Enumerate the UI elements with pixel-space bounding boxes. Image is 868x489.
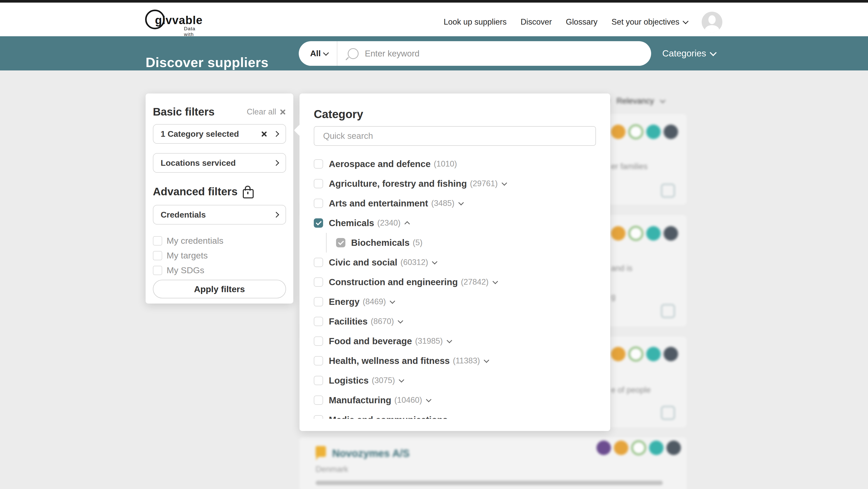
checkbox[interactable] (314, 179, 323, 188)
keyword-search-input[interactable] (364, 48, 651, 59)
category-label: Logistics (329, 375, 369, 386)
clear-all-button[interactable]: Clear all (247, 107, 286, 117)
category-option-media[interactable]: Media and communications (314, 410, 596, 419)
bookmark-icon[interactable] (661, 184, 675, 197)
givvable-logo[interactable]: givvable Data with impact (145, 7, 203, 33)
chevron-down-icon[interactable] (502, 180, 507, 186)
chip-label: 1 Category selected (161, 129, 239, 139)
nav-glossary[interactable]: Glossary (566, 18, 597, 27)
categories-toggle[interactable]: Categories (662, 36, 716, 70)
chevron-up-icon[interactable] (404, 221, 410, 226)
category-count: (31985) (415, 336, 443, 346)
category-count: (29761) (470, 179, 498, 188)
clear-all-label: Clear all (247, 107, 276, 117)
checkbox[interactable] (314, 199, 323, 208)
credential-badge (646, 347, 661, 361)
nav-look-up-suppliers[interactable]: Look up suppliers (443, 18, 506, 27)
chevron-down-icon[interactable] (399, 377, 404, 382)
checkbox[interactable] (153, 266, 162, 275)
chevron-down-icon[interactable] (390, 298, 395, 303)
category-count: (8469) (363, 297, 386, 306)
category-option-food[interactable]: Food and beverage (31985) (314, 331, 596, 351)
credential-badges (611, 124, 678, 139)
category-count: (3485) (431, 199, 455, 208)
checkbox[interactable] (314, 297, 323, 306)
category-count: (8670) (371, 317, 394, 326)
chevron-down-icon (660, 97, 665, 103)
checkbox[interactable] (153, 251, 162, 260)
nav-set-your-objectives[interactable]: Set your objectives (612, 18, 688, 27)
category-label: Energy (329, 297, 360, 307)
categories-label: Categories (662, 48, 706, 59)
checkbox[interactable] (314, 395, 323, 405)
category-option-facilities[interactable]: Facilities (8670) (314, 312, 596, 331)
category-option-manufacturing[interactable]: Manufacturing (10460) (314, 390, 596, 410)
search-scope-dropdown[interactable]: All (299, 49, 337, 58)
category-list: Aerospace and defence (1010) Agriculture… (314, 154, 596, 419)
category-option-construction[interactable]: Construction and engineering (27842) (314, 272, 596, 292)
checkbox[interactable] (314, 415, 323, 419)
chevron-right-icon (273, 212, 279, 218)
chevron-down-icon (710, 49, 717, 56)
checkbox[interactable] (314, 258, 323, 267)
category-quick-search-input[interactable] (314, 126, 596, 146)
category-option-arts[interactable]: Arts and entertainment (3485) (314, 193, 596, 213)
chevron-down-icon[interactable] (426, 396, 431, 402)
supplier-description-blurred (316, 481, 663, 485)
apply-filters-button[interactable]: Apply filters (153, 280, 286, 298)
checkbox[interactable] (153, 236, 162, 246)
my-sdgs-option[interactable]: My SDGs (153, 263, 286, 278)
category-option-energy[interactable]: Energy (8469) (314, 292, 596, 312)
category-option-aerospace[interactable]: Aerospace and defence (1010) (314, 154, 596, 174)
category-count: (10460) (394, 395, 422, 405)
category-label: Facilities (329, 316, 368, 327)
chevron-down-icon[interactable] (493, 279, 498, 284)
chevron-down-icon[interactable] (458, 200, 464, 205)
category-option-chemicals[interactable]: Chemicals (2340) (314, 213, 596, 233)
category-option-civic[interactable]: Civic and social (60312) (314, 253, 596, 272)
chevron-down-icon[interactable] (432, 259, 437, 264)
credential-badge (611, 125, 625, 139)
navbar: givvable Data with impact Look up suppli… (0, 3, 868, 36)
user-avatar[interactable] (702, 12, 722, 32)
close-icon (279, 108, 286, 115)
checkbox-checked[interactable] (336, 238, 345, 247)
bookmark-icon[interactable] (661, 304, 675, 318)
category-selected-chip[interactable]: 1 Category selected (153, 124, 286, 144)
search-scope-value: All (310, 49, 321, 58)
category-count: (3075) (372, 376, 395, 385)
chevron-right-icon (273, 160, 279, 166)
credentials-chip[interactable]: Credentials (153, 205, 286, 225)
supplier-name[interactable]: Novozymes A/S (332, 448, 410, 459)
credential-badge (631, 440, 646, 455)
checkbox[interactable] (314, 356, 323, 365)
remove-filter-icon[interactable] (261, 131, 268, 137)
advanced-filters-title: Advanced filters (153, 186, 238, 198)
my-credentials-option[interactable]: My credentials (153, 233, 286, 248)
category-label: Media and communications (329, 415, 448, 419)
checkbox[interactable] (314, 336, 323, 346)
category-option-biochemicals[interactable]: Biochemicals (5) (326, 233, 596, 253)
credential-badge (646, 125, 661, 139)
bookmark-icon[interactable] (661, 406, 675, 420)
checkbox[interactable] (314, 159, 323, 169)
checkbox[interactable] (314, 317, 323, 326)
checkbox[interactable] (314, 278, 323, 287)
category-option-health[interactable]: Health, wellness and fitness (11383) (314, 351, 596, 371)
chevron-down-icon[interactable] (484, 357, 489, 363)
checkbox-checked[interactable] (314, 218, 323, 228)
supplier-country: Denmark (316, 465, 348, 474)
credential-badges (596, 440, 681, 455)
credential-badge (628, 347, 643, 362)
nav-discover[interactable]: Discover (521, 18, 552, 27)
category-label: Agriculture, forestry and fishing (329, 178, 467, 189)
chevron-down-icon[interactable] (398, 318, 403, 323)
chevron-right-icon (273, 131, 279, 137)
locations-serviced-chip[interactable]: Locations serviced (153, 153, 286, 173)
my-targets-option[interactable]: My targets (153, 248, 286, 263)
category-option-agriculture[interactable]: Agriculture, forestry and fishing (29761… (314, 174, 596, 193)
chevron-down-icon[interactable] (447, 337, 452, 343)
credential-badge (614, 441, 628, 455)
category-option-logistics[interactable]: Logistics (3075) (314, 371, 596, 390)
checkbox[interactable] (314, 376, 323, 385)
